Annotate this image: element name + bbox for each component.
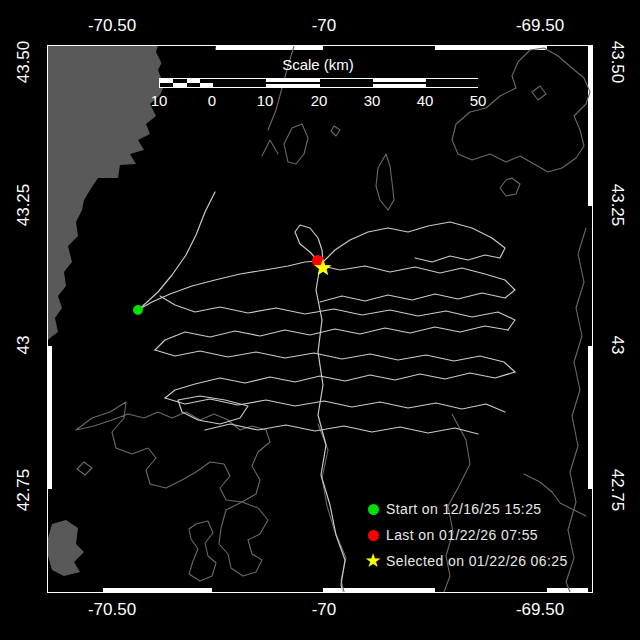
axis-label-left: 43 [14,336,34,355]
scalebar-segment-40-50 [426,79,479,87]
legend-label: Start on 12/16/25 15:25 [386,501,542,517]
contour-line [452,48,590,172]
scalebar-segment-30-40 [373,79,426,87]
axis-label-right: 43.50 [607,41,627,84]
sea-inlet [156,46,216,80]
axis-label-bottom: -70.50 [88,600,136,620]
scalebar [159,78,478,88]
dot-icon [360,504,386,515]
scalebar-tick-label: 0 [208,92,216,109]
axis-label-right: 42.75 [607,469,627,512]
axis-label-top: -70 [312,16,337,36]
track-line [165,398,505,412]
contour-line [500,178,520,196]
scalebar-segment-checker [160,79,213,87]
land-patch [48,520,84,576]
scalebar-segment-0-10 [213,79,266,87]
track-line [155,350,515,372]
contour-line [284,124,308,164]
star-icon: ★ [360,554,386,568]
scalebar-tick-label: 10 [257,92,274,109]
track-line [323,222,505,262]
track-line [138,192,215,310]
scalebar-tick-label: 30 [364,92,381,109]
contour-line [331,126,340,136]
track-line [205,424,478,434]
legend-item: Start on 12/16/25 15:25 [360,496,568,522]
land-polygon [48,46,164,340]
axis-label-left: 43.50 [14,41,34,84]
legend-label: Selected on 01/22/26 06:25 [386,553,568,569]
contour-line [219,502,268,576]
dot-icon [360,530,386,541]
contour-line [189,521,216,581]
contour-line [262,140,278,156]
contour-line [566,228,586,592]
contour-line [318,424,346,592]
scalebar-tick-label: 50 [470,92,487,109]
scalebar-tick-label: 10 [151,92,168,109]
axis-label-right: 43 [607,336,627,355]
scalebar-tick-label: 40 [417,92,434,109]
axis-label-top: -70.50 [88,16,136,36]
track-line [155,326,508,350]
scalebar-title: Scale (km) [282,56,354,73]
contour-line [77,462,92,475]
axis-label-bottom: -70 [312,600,337,620]
start-marker [133,305,143,315]
scalebar-segment-20-30 [320,79,373,87]
axis-label-left: 42.75 [14,469,34,512]
axis-label-bottom: -69.50 [516,600,564,620]
track-line [318,265,515,302]
axis-label-top: -69.50 [516,16,564,36]
axis-label-left: 43.25 [14,184,34,227]
legend-item: ★Selected on 01/22/26 06:25 [360,548,568,574]
legend-label: Last on 01/22/26 07:55 [386,527,538,543]
track-line [165,372,515,398]
legend: Start on 12/16/25 15:25Last on 01/22/26 … [360,496,568,574]
track-map-figure: -70.50-70-69.50-70.50-70-69.5043.5043.25… [0,0,640,640]
axis-label-right: 43.25 [607,184,627,227]
legend-item: Last on 01/22/26 07:55 [360,522,568,548]
track-line [138,261,318,310]
scalebar-segment-10-20 [266,79,320,87]
contour-line [532,86,546,100]
track-line [160,296,515,330]
contour-line [376,154,394,210]
scalebar-tick-label: 20 [311,92,328,109]
